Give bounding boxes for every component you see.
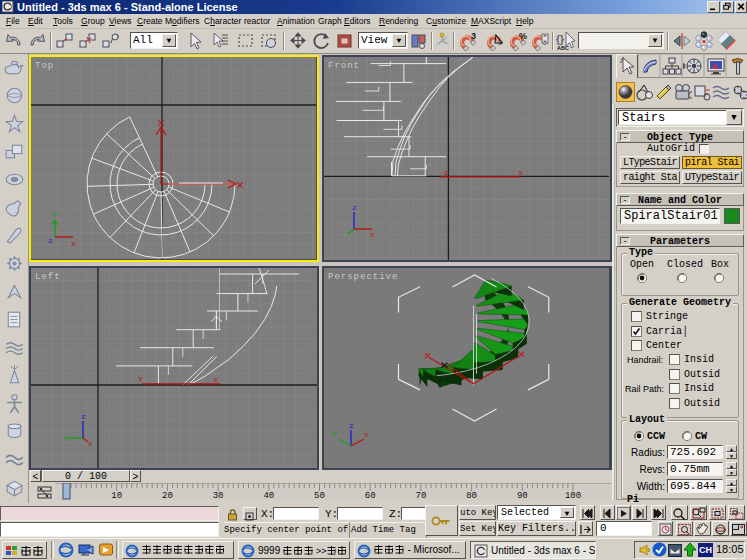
- svg-text:3: 3: [471, 31, 476, 41]
- svg-text:Y: Y: [138, 375, 143, 384]
- svg-text:Top: Top: [35, 61, 54, 71]
- svg-text:30: 30: [213, 491, 224, 500]
- svg-text:70: 70: [415, 491, 426, 500]
- svg-text:{}: {}: [556, 34, 564, 45]
- svg-text:x: x: [88, 440, 92, 448]
- svg-text:z: z: [352, 203, 357, 212]
- svg-text:50: 50: [314, 491, 325, 500]
- svg-text:100: 100: [565, 491, 581, 500]
- svg-text:60: 60: [365, 491, 376, 500]
- svg-text:- Microsof...: - Microsof...: [408, 544, 460, 555]
- svg-text:Y: Y: [332, 430, 337, 439]
- svg-text:Y: Y: [52, 210, 57, 219]
- svg-text:z: z: [349, 421, 354, 430]
- svg-text:x: x: [213, 375, 218, 384]
- svg-text:x: x: [518, 168, 523, 177]
- svg-text:z: z: [48, 236, 53, 245]
- svg-text:Front: Front: [328, 61, 360, 71]
- svg-text:20: 20: [162, 491, 173, 500]
- svg-text:%: %: [519, 31, 527, 41]
- svg-text:x: x: [364, 430, 369, 439]
- svg-text:Perspective: Perspective: [328, 272, 398, 282]
- svg-text:x: x: [370, 230, 375, 239]
- svg-text:80: 80: [466, 491, 477, 500]
- svg-text:ABC: ABC: [557, 45, 569, 51]
- svg-text:>>: >>: [316, 546, 327, 556]
- svg-text:Left: Left: [35, 272, 61, 282]
- svg-text:40: 40: [263, 491, 274, 500]
- svg-text:z: z: [81, 412, 86, 421]
- svg-text:Y: Y: [64, 434, 69, 443]
- svg-text:10: 10: [111, 491, 122, 500]
- svg-text:z: z: [444, 168, 449, 177]
- svg-text:x: x: [71, 239, 76, 248]
- svg-text:90: 90: [517, 491, 528, 500]
